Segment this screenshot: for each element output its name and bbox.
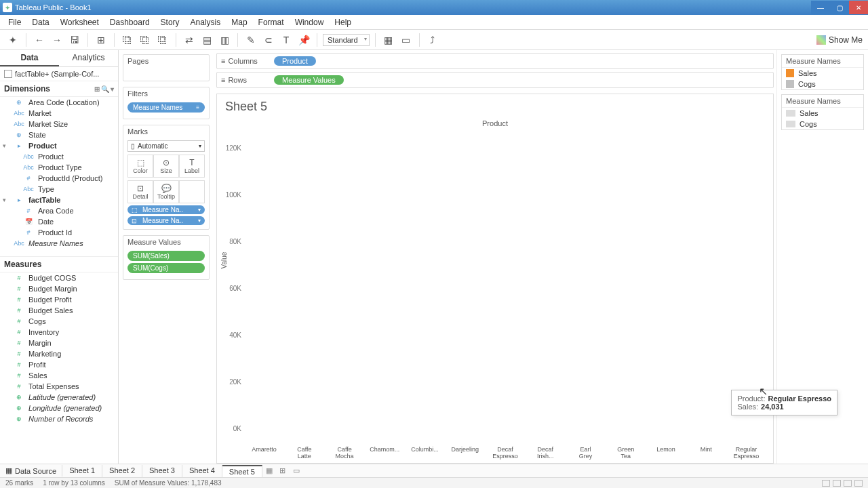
dimension-field[interactable]: AbcMarket (0, 108, 118, 119)
measure-field[interactable]: #Margin (0, 338, 118, 348)
mark-color-pill[interactable]: ⬚ Measure Na..▾ (127, 205, 205, 214)
minimize-button[interactable]: — (811, 1, 830, 14)
cards-button[interactable]: ▦ (381, 33, 396, 47)
measure-field[interactable]: #Profit (0, 359, 118, 370)
sort-asc-button[interactable]: ▤ (199, 33, 214, 47)
dimension-field[interactable]: AbcProduct (0, 151, 118, 162)
sheet-tab[interactable]: Sheet 2 (102, 465, 142, 477)
forward-button[interactable]: → (50, 33, 64, 47)
dimension-field[interactable]: AbcProduct Type (0, 162, 118, 173)
datasource-item[interactable]: factTable+ (Sample-Cof... (0, 67, 118, 81)
dimension-field[interactable]: ▾▸factTable (0, 195, 118, 205)
filter-item-cogs[interactable]: Cogs (782, 119, 863, 129)
measure-field[interactable]: ⊕Number of Records (0, 413, 118, 424)
view-icon[interactable]: ⊞ (94, 85, 100, 93)
mark-btn-detail[interactable]: ⊡Detail (127, 180, 153, 203)
fit-dropdown[interactable]: Standard (323, 34, 370, 46)
menu-story[interactable]: Story (155, 16, 185, 28)
sheet-tab[interactable]: Sheet 1 (62, 465, 102, 477)
new-datasource-button[interactable]: ⊞ (94, 33, 108, 47)
showme-button[interactable]: Show Me (816, 35, 863, 45)
measure-field[interactable]: #Marketing (0, 348, 118, 359)
duplicate-button[interactable]: ⿻ (138, 33, 153, 47)
new-story-tab[interactable]: ▭ (290, 466, 303, 475)
dimension-field[interactable]: #Product Id (0, 227, 118, 238)
columns-pill-product[interactable]: Product (274, 56, 316, 66)
menu-window[interactable]: Window (290, 16, 330, 28)
filter-item-sales[interactable]: Sales (782, 108, 863, 119)
status-icon-1[interactable] (822, 480, 830, 487)
menu-dashboard[interactable]: Dashboard (104, 16, 155, 28)
marks-type-dropdown[interactable]: ▯ Automatic (127, 140, 205, 152)
mark-btn-color[interactable]: ⬚Color (127, 155, 153, 178)
dimension-field[interactable]: AbcMarket Size (0, 119, 118, 129)
menu-file[interactable]: File (3, 16, 26, 28)
filter-pill-measure-names[interactable]: Measure Names≡ (127, 102, 205, 113)
group-button[interactable]: ⊂ (261, 33, 276, 47)
new-worksheet-tab[interactable]: ▦ (262, 466, 276, 475)
clear-button[interactable]: ⿻ (155, 33, 170, 47)
highlight-button[interactable]: ✎ (243, 33, 258, 47)
dimension-field[interactable]: 📅Date (0, 216, 118, 227)
back-button[interactable]: ← (32, 33, 47, 47)
new-dashboard-tab[interactable]: ⊞ (276, 466, 290, 475)
dimension-field[interactable]: ⊕State (0, 129, 118, 140)
chart-plot-area[interactable] (244, 132, 766, 436)
menu-icon[interactable]: ▾ (111, 85, 114, 93)
share-button[interactable]: ⤴ (425, 33, 440, 47)
measure-field[interactable]: ⊕Longitude (generated) (0, 403, 118, 413)
dimension-field[interactable]: AbcMeasure Names (0, 238, 118, 249)
tab-analytics[interactable]: Analytics (59, 50, 118, 66)
dimension-field[interactable]: ⊕Area Code (Location) (0, 97, 118, 108)
menu-worksheet[interactable]: Worksheet (55, 16, 104, 28)
data-source-tab[interactable]: ▦ Data Source (0, 465, 62, 476)
swap-button[interactable]: ⇄ (182, 33, 197, 47)
text-button[interactable]: T (279, 33, 294, 47)
measure-field[interactable]: #Cogs (0, 316, 118, 327)
dimension-field[interactable]: ▾▸Product (0, 140, 118, 151)
status-icon-4[interactable] (854, 480, 863, 487)
mark-btn-label[interactable]: TLabel (179, 155, 205, 178)
sheet-tab[interactable]: Sheet 3 (142, 465, 182, 477)
presentation-button[interactable]: ▭ (399, 33, 414, 47)
menu-analysis[interactable]: Analysis (185, 16, 226, 28)
measure-field[interactable]: #Inventory (0, 327, 118, 338)
menu-map[interactable]: Map (226, 16, 252, 28)
measure-field[interactable]: #Budget Profit (0, 294, 118, 305)
mark-btn-tooltip[interactable]: 💬Tooltip (153, 180, 179, 203)
measure-field[interactable]: #Budget Margin (0, 283, 118, 294)
new-worksheet-button[interactable]: ⿻ (120, 33, 135, 47)
menu-help[interactable]: Help (329, 16, 357, 28)
measure-field[interactable]: #Budget COGS (0, 272, 118, 283)
dimension-field[interactable]: AbcType (0, 184, 118, 195)
rows-pill-measure-values[interactable]: Measure Values (274, 75, 344, 85)
mark-btn-size[interactable]: ⊙Size (153, 155, 179, 178)
mark-detail-pill[interactable]: ⊡ Measure Na..▾ (127, 216, 205, 225)
pill-sum-sales[interactable]: SUM(Sales) (127, 251, 205, 261)
measure-field[interactable]: #Budget Sales (0, 305, 118, 316)
measure-field[interactable]: #Sales (0, 370, 118, 381)
sheet-tab[interactable]: Sheet 4 (182, 465, 222, 477)
search-icon[interactable]: 🔍 (101, 85, 109, 93)
legend-item-sales[interactable]: Sales (782, 68, 863, 79)
dimension-field[interactable]: #ProductId (Product) (0, 173, 118, 184)
tableau-icon[interactable]: ✦ (5, 33, 20, 47)
close-button[interactable]: ✕ (849, 1, 868, 14)
measure-field[interactable]: #Total Expenses (0, 381, 118, 392)
status-icon-3[interactable] (844, 480, 852, 487)
dimension-field[interactable]: #Area Code (0, 205, 118, 216)
menu-format[interactable]: Format (253, 16, 290, 28)
measure-field[interactable]: ⊕Latitude (generated) (0, 392, 118, 403)
pin-button[interactable]: 📌 (296, 33, 311, 47)
sheet-tab[interactable]: Sheet 5 (222, 465, 262, 477)
columns-shelf[interactable]: ≡Columns Product (216, 53, 774, 69)
rows-shelf[interactable]: ≡Rows Measure Values (216, 72, 774, 88)
maximize-button[interactable]: ▢ (830, 1, 849, 14)
pill-sum-cogs[interactable]: SUM(Cogs) (127, 263, 205, 273)
status-icon-2[interactable] (833, 480, 841, 487)
sort-desc-button[interactable]: ▥ (217, 33, 232, 47)
menu-data[interactable]: Data (26, 16, 54, 28)
chart-viz[interactable]: Sheet 5 Product 0K20K40K60K80K100K120K V… (216, 94, 774, 464)
sheet-title[interactable]: Sheet 5 (217, 94, 773, 119)
save-button[interactable]: 🖫 (67, 33, 82, 47)
